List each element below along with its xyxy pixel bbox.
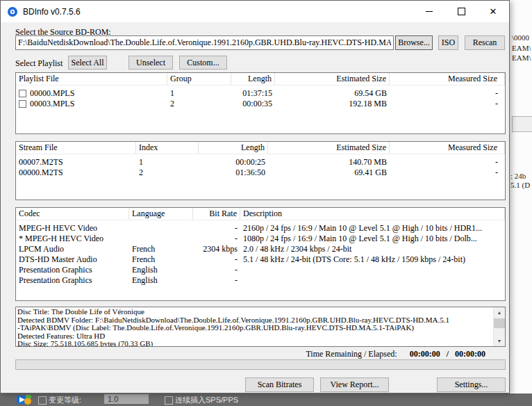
stream-table-body: 00007.M2TS100:00:25140.70 MB-00000.M2TS2… xyxy=(16,154,505,178)
codec-row[interactable]: Presentation GraphicsEnglish- xyxy=(16,275,505,286)
level-select[interactable]: 1.0 xyxy=(104,394,149,404)
column-length[interactable]: Length xyxy=(231,73,275,85)
time-label: Time Remaining / Elapsed: xyxy=(306,349,397,359)
playlist-table-header: Playlist File Group Length Estimated Siz… xyxy=(16,73,505,86)
select-playlist-label: Select Playlist xyxy=(15,58,63,69)
playlist-row[interactable]: 00000.MPLS101:37:1569.54 GB- xyxy=(16,88,505,99)
column-stream-file[interactable]: Stream File xyxy=(16,142,136,154)
column-estimated-size[interactable]: Estimated Size xyxy=(275,73,390,85)
column-estimated-size[interactable]: Estimated Size xyxy=(268,142,390,154)
codec-row-cell: - xyxy=(193,265,240,275)
playlist-row-cell: 2 xyxy=(167,99,231,109)
time-status: Time Remaining / Elapsed: 00:00:00 / 00:… xyxy=(306,349,485,359)
scrollbar-thumb[interactable] xyxy=(494,318,505,328)
browse-button[interactable]: Browse... xyxy=(395,35,433,50)
row-checkbox[interactable] xyxy=(19,100,26,108)
scroll-up-icon[interactable]: ▲ xyxy=(494,307,505,318)
log-line: -TAiPAK\BDMV (Disc Label: The.Double.Lif… xyxy=(17,324,492,332)
background-text-fragment: EAM\ xyxy=(512,44,531,52)
minimize-button[interactable] xyxy=(413,1,445,22)
column-language[interactable]: Language xyxy=(129,208,193,220)
playlist-row-cell: 1 xyxy=(167,88,231,99)
column-description[interactable]: Description xyxy=(240,208,505,220)
column-playlist-file[interactable]: Playlist File xyxy=(16,73,167,85)
playlist-row-cell: 00:00:35 xyxy=(231,99,275,109)
source-path-input[interactable] xyxy=(15,35,394,50)
column-bit-rate[interactable]: Bit Rate xyxy=(193,208,240,220)
codec-row-cell: 2.0 / 48 kHz / 2304 kbps / 24-bit xyxy=(240,244,505,254)
column-measured-size[interactable]: Measured Size xyxy=(390,142,505,154)
scroll-down-icon[interactable]: ▼ xyxy=(494,336,505,346)
codec-row[interactable]: LPCM AudioFrench2304 kbps2.0 / 48 kHz / … xyxy=(16,244,505,254)
codec-row-cell: MPEG-H HEVC Video xyxy=(16,223,129,234)
codec-row-cell: - xyxy=(193,254,240,265)
stream-table: Stream File Index Length Estimated Size … xyxy=(15,141,506,200)
codec-row[interactable]: * MPEG-H HEVC Video-1080p / 24 fps / 16:… xyxy=(16,234,505,244)
log-scrollbar[interactable]: ▲ ▼ xyxy=(493,307,505,346)
time-elapsed: 00:00:00 xyxy=(455,349,485,359)
scan-bitrates-button[interactable]: Scan Bitrates xyxy=(245,377,314,392)
progress-bar xyxy=(15,359,506,370)
codec-row-cell: 2160p / 24 fps / 16:9 / Main 10 @ Level … xyxy=(240,223,505,234)
codec-row-cell: LPCM Audio xyxy=(16,244,129,254)
stream-row-cell: - xyxy=(390,157,505,168)
codec-row[interactable]: MPEG-H HEVC Video-2160p / 24 fps / 16:9 … xyxy=(16,223,505,234)
codec-row-cell: - xyxy=(193,223,240,234)
unselect-button[interactable]: Unselect xyxy=(128,56,173,70)
background-toolbar: 变更等级: 1.0 连续插入SPS/PPS xyxy=(0,393,532,406)
codec-row-cell: Presentation Graphics xyxy=(16,265,129,275)
playlist-row-cell: 01:37:15 xyxy=(231,88,275,99)
playlist-row-cell: - xyxy=(390,99,505,109)
maximize-button[interactable] xyxy=(445,1,477,22)
codec-row-cell xyxy=(129,223,193,234)
level-checkbox[interactable] xyxy=(38,396,47,405)
view-report-button[interactable]: View Report... xyxy=(320,377,389,392)
iso-button[interactable]: ISO xyxy=(438,35,458,50)
codec-row-cell: * MPEG-H HEVC Video xyxy=(16,234,129,244)
playlist-row-cell: 00003.MPLS xyxy=(16,99,167,109)
playlist-row[interactable]: 00003.MPLS200:00:35192.18 MB- xyxy=(16,99,505,109)
rescan-button[interactable]: Rescan xyxy=(465,35,505,50)
codec-row-cell: English xyxy=(129,275,193,286)
codec-row[interactable]: DTS-HD Master AudioFrench-5.1 / 48 kHz /… xyxy=(16,254,505,265)
sps-checkbox[interactable] xyxy=(165,396,173,405)
scan-log[interactable]: Disc Title: The Double Life of Véronique… xyxy=(15,307,506,347)
codec-row-cell: French xyxy=(129,254,193,265)
close-button[interactable]: ✕ xyxy=(477,1,509,22)
stream-row[interactable]: 00000.M2TS201:36:5069.41 GB- xyxy=(16,168,505,178)
log-line: Disc Size: 75,518,105,685 bytes (70.33 G… xyxy=(17,340,492,346)
level-label: 变更等级: xyxy=(49,395,81,405)
stream-row-cell: 00:00:25 xyxy=(199,157,268,168)
minimize-icon xyxy=(426,11,433,12)
stream-row-cell: 1 xyxy=(136,157,199,168)
codec-row-cell: DTS-HD Master Audio xyxy=(16,254,129,265)
column-group[interactable]: Group xyxy=(167,73,231,85)
scan-log-text: Disc Title: The Double Life of Véronique… xyxy=(17,308,492,346)
bdinfo-app-icon xyxy=(7,6,18,17)
bdinfo-window: BDInfo v0.7.5.6 ✕ Select the Source BD-R… xyxy=(0,0,510,393)
background-text-fragment: : 24b xyxy=(510,172,526,180)
stream-row-cell: 69.41 GB xyxy=(268,168,390,178)
stream-table-header: Stream File Index Length Estimated Size … xyxy=(16,142,505,154)
codec-row-cell: Presentation Graphics xyxy=(16,275,129,286)
stream-row[interactable]: 00007.M2TS100:00:25140.70 MB- xyxy=(16,157,505,168)
codec-row[interactable]: Presentation GraphicsEnglish- xyxy=(16,265,505,275)
column-codec[interactable]: Codec xyxy=(16,208,129,220)
background-text-fragment: 5.1 (D xyxy=(510,181,530,189)
playlist-row-cell: - xyxy=(390,88,505,99)
column-index[interactable]: Index xyxy=(136,142,199,154)
codec-table-body: MPEG-H HEVC Video-2160p / 24 fps / 16:9 … xyxy=(16,220,505,286)
column-measured-size[interactable]: Measured Size xyxy=(390,73,505,85)
stream-row-cell: 00000.M2TS xyxy=(16,168,136,178)
playlist-table-body: 00000.MPLS101:37:1569.54 GB-00003.MPLS20… xyxy=(16,86,505,109)
title-bar[interactable]: BDInfo v0.7.5.6 ✕ xyxy=(1,1,509,22)
column-length[interactable]: Length xyxy=(199,142,268,154)
playlist-row-cell: 69.54 GB xyxy=(275,88,390,99)
sps-label: 连续插入SPS/PPS xyxy=(175,395,238,405)
codec-row-cell: 2304 kbps xyxy=(193,244,240,254)
select-all-button[interactable]: Select All xyxy=(68,56,107,70)
settings-button[interactable]: Settings... xyxy=(437,377,506,392)
custom-button[interactable]: Custom... xyxy=(179,56,227,70)
codec-table-header: Codec Language Bit Rate Description xyxy=(16,208,505,220)
row-checkbox[interactable] xyxy=(19,90,26,97)
